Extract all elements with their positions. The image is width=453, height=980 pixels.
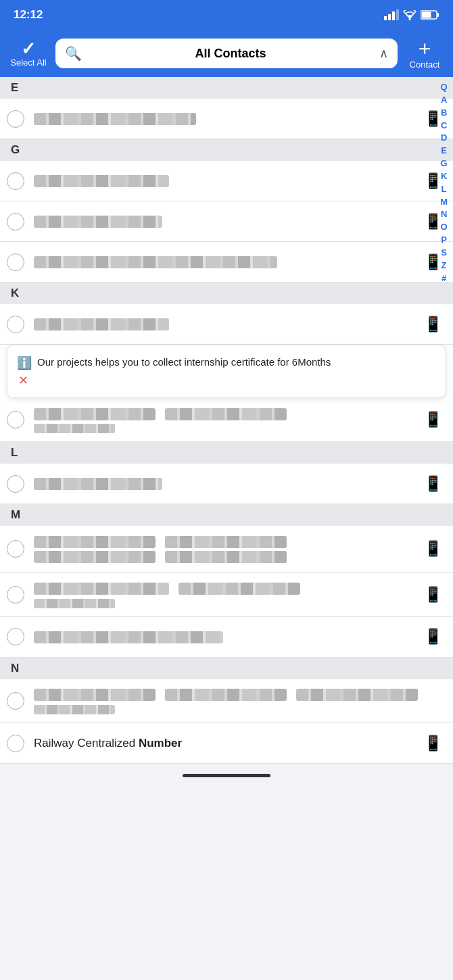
phone-icon-n2[interactable]: 📱 (424, 735, 442, 752)
table-row[interactable]: 📱 (0, 573, 453, 617)
tooltip-popup: ℹ️ Our projects helps you to collect int… (7, 345, 446, 398)
contact-radio-m2[interactable] (7, 586, 24, 604)
blurred-name (34, 631, 223, 643)
contact-sub-m2 (34, 597, 417, 608)
alpha-L[interactable]: L (439, 183, 450, 196)
section-header-G: G (0, 139, 453, 161)
chevron-up-icon: ∧ (379, 46, 388, 61)
wifi-icon (403, 10, 416, 20)
table-row[interactable] (0, 679, 453, 723)
alpha-C[interactable]: C (438, 120, 450, 132)
contact-sub-k2 (34, 422, 417, 433)
contact-name-block-n2: Railway Centralized Number (34, 736, 417, 751)
blurred-name (165, 689, 287, 701)
svg-rect-2 (392, 11, 395, 20)
contact-name-l1 (34, 476, 417, 491)
search-icon: 🔍 (65, 45, 82, 62)
battery-icon (421, 10, 439, 20)
contact-name-g3 (34, 254, 417, 269)
status-icons (384, 9, 439, 20)
table-row[interactable]: 📱 (0, 464, 453, 504)
alpha-P[interactable]: P (438, 234, 450, 247)
table-row[interactable]: 📱 (0, 201, 453, 242)
table-row[interactable]: 📱 (0, 526, 453, 572)
alpha-hash[interactable]: # (439, 272, 449, 285)
contact-radio-n2[interactable] (7, 735, 24, 752)
blurred-name (34, 256, 277, 268)
table-row[interactable]: 📱 (0, 617, 453, 658)
table-row[interactable]: 📱 (0, 304, 453, 345)
contact-radio-m3[interactable] (7, 628, 24, 645)
nav-bar: ✓ Select All 🔍 All Contacts ∧ + Contact (0, 30, 453, 77)
blurred-sub (34, 705, 115, 714)
phone-icon-k1[interactable]: 📱 (424, 316, 442, 333)
blurred-sub (34, 424, 115, 433)
svg-rect-3 (396, 9, 399, 20)
blurred-name (34, 408, 156, 420)
section-header-K: K (0, 283, 453, 304)
contact-name-m3 (34, 629, 417, 644)
contact-radio-k1[interactable] (7, 316, 24, 333)
table-row[interactable]: 📱 (0, 161, 453, 201)
blurred-name (34, 583, 169, 595)
alpha-Z[interactable]: Z (439, 260, 450, 272)
contact-radio-e1[interactable] (7, 110, 24, 128)
svg-rect-6 (437, 13, 439, 17)
contact-name-g1 (34, 173, 417, 188)
select-all-button[interactable]: ✓ Select All (8, 40, 49, 68)
contact-radio-g1[interactable] (7, 172, 24, 190)
signal-icon (384, 9, 399, 20)
blurred-name (34, 113, 196, 125)
contact-name-m1 (34, 534, 417, 564)
blurred-name (34, 536, 156, 548)
alpha-O[interactable]: O (438, 221, 450, 234)
contact-name-block-g1 (34, 173, 417, 188)
select-all-label: Select All (10, 57, 46, 68)
phone-icon-k2[interactable]: 📱 (424, 411, 442, 428)
phone-icon-l1[interactable]: 📱 (424, 475, 442, 493)
alphabet-index: Q A B C D E G K L M N O P S Z # (435, 77, 453, 289)
contact-radio-n1[interactable] (7, 692, 24, 710)
blurred-name (165, 536, 287, 548)
alpha-S[interactable]: S (438, 247, 450, 260)
alpha-N[interactable]: N (438, 208, 450, 221)
contact-name-k2 (34, 406, 417, 421)
contact-radio-g3[interactable] (7, 253, 24, 271)
alpha-B[interactable]: B (438, 107, 450, 120)
contact-radio-k2[interactable] (7, 411, 24, 428)
svg-rect-0 (384, 16, 387, 20)
alpha-M[interactable]: M (437, 196, 450, 209)
search-bar[interactable]: 🔍 All Contacts ∧ (55, 39, 398, 68)
blurred-name (34, 689, 156, 701)
add-contact-button[interactable]: + Contact (404, 38, 445, 70)
home-bar (183, 774, 270, 777)
contact-radio-m1[interactable] (7, 540, 24, 558)
status-bar: 12:12 (0, 0, 453, 30)
contact-name-block-g2 (34, 214, 417, 228)
blurred-sub (34, 599, 115, 608)
add-contact-label: Contact (410, 59, 440, 70)
alpha-D[interactable]: D (438, 132, 450, 145)
blurred-name (34, 551, 156, 563)
phone-icon-m2[interactable]: 📱 (424, 586, 442, 604)
table-row[interactable]: 📱 (0, 398, 453, 442)
contact-radio-l1[interactable] (7, 475, 24, 493)
alpha-Q[interactable]: Q (438, 81, 450, 94)
contact-name-n1 (34, 687, 442, 702)
info-icon: ℹ️ (17, 356, 32, 370)
alpha-K[interactable]: K (438, 170, 450, 183)
table-row[interactable]: 📱 (0, 242, 453, 283)
alpha-A[interactable]: A (438, 94, 450, 107)
phone-icon-m1[interactable]: 📱 (424, 540, 442, 558)
table-row[interactable]: 📱 (0, 99, 453, 139)
tooltip-close-button[interactable]: ✕ (18, 374, 28, 387)
contact-name-block-k1 (34, 316, 417, 331)
phone-icon-m3[interactable]: 📱 (424, 628, 442, 645)
contact-radio-g2[interactable] (7, 213, 24, 230)
alpha-E[interactable]: E (438, 145, 450, 157)
tooltip-header: ℹ️ Our projects helps you to collect int… (17, 355, 435, 370)
section-header-E: E (0, 77, 453, 99)
section-header-L: L (0, 442, 453, 464)
table-row[interactable]: Railway Centralized Number 📱 (0, 723, 453, 764)
alpha-G[interactable]: G (438, 157, 450, 170)
